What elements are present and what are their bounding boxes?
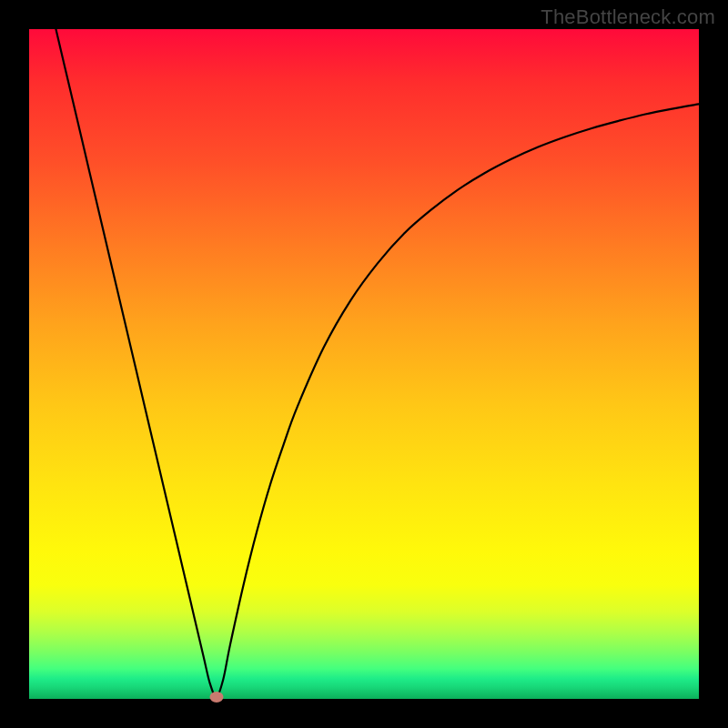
minimum-point-marker [210,692,224,703]
plot-area [29,29,699,699]
bottleneck-curve [29,29,699,699]
watermark-text: TheBottleneck.com [541,5,715,29]
